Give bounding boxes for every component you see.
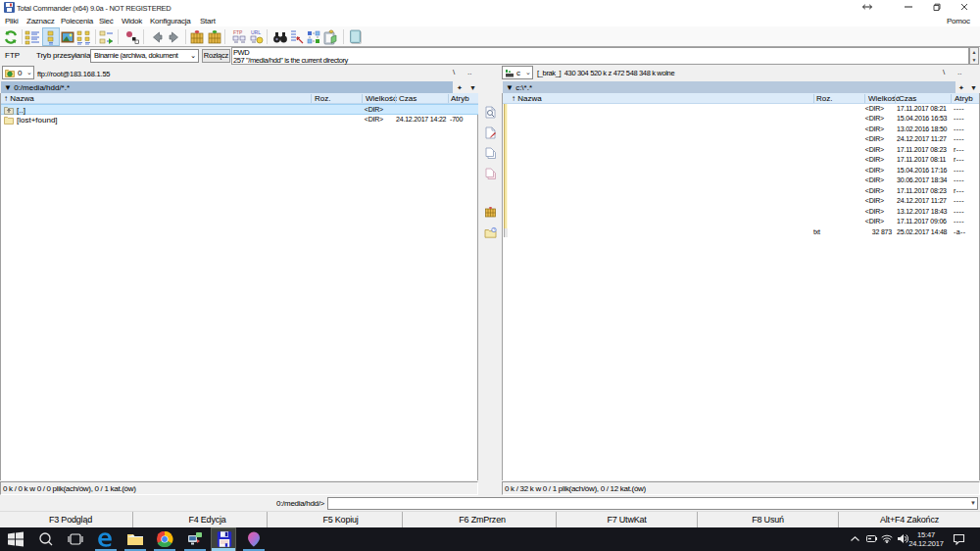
svg-text:URL: URL — [251, 29, 261, 35]
svg-text:FTP: FTP — [233, 29, 243, 35]
